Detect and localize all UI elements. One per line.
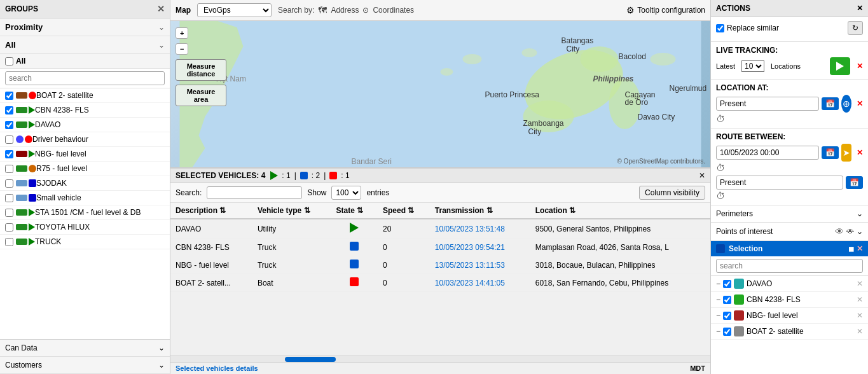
list-item[interactable]: STA 1501 /CM - fuel level & DB — [0, 205, 170, 220]
vehicle-checkbox-r75[interactable] — [5, 165, 13, 173]
latest-value-select[interactable]: 1052050 — [741, 60, 764, 72]
col-vehicle-type[interactable]: Vehicle type ⇅ — [252, 203, 331, 219]
table-search-input[interactable] — [207, 186, 302, 199]
vehicle-checkbox-toyota[interactable] — [5, 223, 13, 232]
route-navigate-button[interactable]: ➤ — [841, 144, 851, 162]
map-selector[interactable]: EvoGps OpenStreetMap Satellite — [197, 3, 272, 17]
poi-item-boat2[interactable]: − BOAT 2- satellite ✕ — [711, 324, 868, 340]
list-item[interactable]: DAVAO — [0, 118, 170, 132]
measure-area-button[interactable]: Measure area — [176, 85, 226, 106]
vehicle-checkbox-nbg[interactable] — [5, 150, 13, 158]
vehicle-checkbox-boat2[interactable] — [5, 92, 13, 100]
live-tracking-play-button[interactable] — [830, 57, 850, 75]
tooltip-config-button[interactable]: ⚙ Tooltip configuration — [626, 5, 705, 15]
col-location[interactable]: Location ⇅ — [530, 203, 710, 219]
list-item[interactable]: R75 - fuel level — [0, 162, 170, 176]
poi-close-nbg[interactable]: ✕ — [857, 311, 863, 320]
poi-checkbox-boat2[interactable] — [723, 328, 731, 336]
vehicle-checkbox-sjodak[interactable] — [5, 179, 13, 188]
collapse-icon[interactable]: − — [716, 279, 720, 288]
vehicle-checkbox-sta[interactable] — [5, 209, 13, 217]
table-scroll-container[interactable]: Description ⇅ Vehicle type ⇅ State ⇅ Spe… — [170, 203, 710, 356]
location-calendar-button[interactable]: 📅 — [822, 97, 839, 110]
address-label[interactable]: Address — [331, 6, 359, 15]
perimeters-row[interactable]: Perimeters ⌄ — [711, 205, 868, 223]
location-at-input[interactable] — [716, 97, 819, 111]
can-data-section[interactable]: Can Data ⌄ — [0, 340, 170, 357]
list-item[interactable]: NBG- fuel level — [0, 147, 170, 162]
actions-close-icon[interactable]: ✕ — [857, 4, 863, 13]
selected-vehicles-details-link[interactable]: Selected vehicles details — [176, 364, 258, 372]
table-row[interactable]: CBN 4238- FLS Truck 0 10/05/2023 09:54:2… — [170, 239, 710, 256]
collapse-icon-cbn[interactable]: − — [716, 295, 720, 304]
poi-item-davao[interactable]: − DAVAO ✕ — [711, 276, 868, 292]
location-close-icon[interactable]: ✕ — [857, 99, 863, 108]
table-row[interactable]: DAVAO Utility 20 10/05/2023 13:51:48 950… — [170, 219, 710, 239]
route-start-input[interactable] — [716, 146, 819, 160]
eye-hidden-icon[interactable]: 👁 — [846, 227, 854, 236]
column-visibility-button[interactable]: Column visibility — [639, 186, 705, 200]
zoom-out-button[interactable]: − — [176, 43, 188, 55]
poi-checkbox-davao[interactable] — [723, 280, 731, 288]
list-item[interactable]: Small vehicle — [0, 191, 170, 205]
horizontal-scrollbar[interactable] — [170, 356, 710, 362]
cell-vehicle-type: Utility — [252, 219, 331, 239]
measure-distance-button[interactable]: Measure distance — [176, 59, 226, 81]
poi-checkbox-cbn[interactable] — [723, 296, 731, 304]
col-speed[interactable]: Speed ⇅ — [378, 203, 430, 219]
list-item[interactable]: SJODAK — [0, 176, 170, 191]
vehicle-checkbox-small[interactable] — [5, 194, 13, 202]
vehicle-checkbox-cbn[interactable] — [5, 106, 13, 114]
col-description[interactable]: Description ⇅ — [170, 203, 252, 219]
table-row[interactable]: NBG - fuel level Truck 0 13/05/2023 13:1… — [170, 256, 710, 274]
svg-text:Philippines: Philippines — [593, 74, 634, 83]
route-end-input[interactable] — [716, 176, 843, 190]
customers-section[interactable]: Customers ⌄ — [0, 357, 170, 374]
vehicle-checkbox-truck[interactable] — [5, 238, 13, 246]
list-item[interactable]: TRUCK — [0, 235, 170, 249]
poi-close-davao[interactable]: ✕ — [857, 279, 863, 288]
poi-checkbox-nbg[interactable] — [723, 312, 731, 320]
selection-search-input[interactable] — [716, 259, 863, 273]
live-tracking-controls: Latest 1052050 Locations ✕ — [716, 57, 863, 75]
selection-close-icon[interactable]: ✕ — [857, 244, 863, 253]
poi-item-cbn[interactable]: − CBN 4238- FLS ✕ — [711, 292, 868, 308]
coordinates-label[interactable]: Coordinates — [373, 6, 414, 15]
replace-similar-checkbox[interactable] — [716, 24, 724, 32]
list-item[interactable]: TOYOTA HILUX — [0, 220, 170, 235]
proximity-section[interactable]: Proximity ⌄ — [0, 18, 170, 36]
vehicle-search-input[interactable] — [5, 71, 165, 85]
groups-close-icon[interactable]: ✕ — [157, 4, 165, 14]
poi-item-nbg[interactable]: − NBG- fuel level ✕ — [711, 308, 868, 324]
vehicle-checkbox-davao[interactable] — [5, 121, 13, 129]
show-entries-select[interactable]: 100 50 25 — [331, 186, 361, 200]
location-target-button[interactable]: ⊕ — [841, 95, 851, 113]
collapse-icon-boat2[interactable]: − — [716, 327, 720, 336]
route-close-icon[interactable]: ✕ — [857, 148, 863, 157]
live-tracking-close-icon[interactable]: ✕ — [857, 62, 863, 71]
poi-color-davao — [734, 279, 744, 289]
poi-close-boat2[interactable]: ✕ — [857, 327, 863, 336]
vehicle-play-icon — [29, 223, 35, 231]
vehicle-icon — [16, 224, 27, 230]
route-start-calendar-button[interactable]: 📅 — [822, 146, 839, 159]
selection-hide-icon[interactable]: ◼ — [848, 245, 854, 253]
all-section[interactable]: All ⌄ — [0, 36, 170, 54]
all-checkbox[interactable] — [5, 57, 13, 66]
col-state[interactable]: State ⇅ — [331, 203, 378, 219]
table-row[interactable]: BOAT 2- satell... Boat 0 10/03/2023 14:4… — [170, 274, 710, 292]
collapse-icon-nbg[interactable]: − — [716, 311, 720, 320]
eye-visible-icon[interactable]: 👁 — [835, 226, 844, 237]
poi-close-cbn[interactable]: ✕ — [857, 295, 863, 304]
vehicle-checkbox-driver[interactable] — [5, 135, 13, 144]
table-close-icon[interactable]: ✕ — [699, 171, 705, 180]
list-item[interactable]: CBN 4238- FLS — [0, 103, 170, 118]
vehicle-play-icon — [29, 121, 35, 128]
list-item[interactable]: Driver behaviour — [0, 132, 170, 147]
zoom-in-button[interactable]: + — [176, 27, 188, 39]
svg-point-20 — [522, 48, 537, 57]
col-transmission[interactable]: Transmission ⇅ — [430, 203, 530, 219]
list-item[interactable]: BOAT 2- satellite — [0, 88, 170, 103]
route-end-calendar-button[interactable]: 📅 — [846, 176, 863, 189]
refresh-button[interactable]: ↻ — [848, 21, 863, 35]
